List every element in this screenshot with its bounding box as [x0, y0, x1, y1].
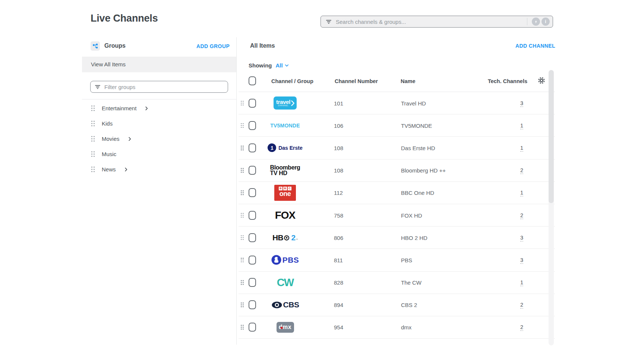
drag-handle-icon[interactable] [91, 151, 95, 157]
sidebar-group-item[interactable]: Kids [82, 116, 236, 131]
table-header: Channel / Group Channel Number Name Tech… [239, 71, 555, 92]
row-checkbox[interactable] [249, 188, 256, 197]
channel-number: 954 [334, 324, 343, 330]
channel-logo: BloombergTV HD [266, 159, 304, 181]
chevron-right-icon[interactable] [127, 136, 132, 142]
hbo-2-logo: HB⊙2™ [272, 233, 298, 242]
tv5monde-logo: TV5MONDE [270, 123, 300, 129]
channel-row: CWTHE 828 The CW 1 [239, 272, 555, 294]
channel-number: 828 [334, 279, 343, 286]
showing-label: Showing [249, 62, 272, 69]
scrollbar-thumb[interactable] [549, 70, 554, 203]
column-header-channel-group: Channel / Group [271, 78, 313, 84]
channel-name: The CW [401, 279, 421, 286]
sidebar-group-item[interactable]: Movies [82, 131, 236, 146]
drag-handle-icon[interactable] [241, 325, 244, 330]
groups-panel-title: Groups [104, 42, 126, 49]
channel-name: FOX HD [401, 212, 422, 218]
showing-value: All [276, 62, 283, 69]
tech-channels-link[interactable]: 2 [520, 212, 523, 219]
chevron-right-icon[interactable] [144, 106, 149, 111]
channel-logo: BBCone [266, 182, 304, 204]
select-all-checkbox[interactable] [249, 76, 256, 85]
tech-channels-link[interactable]: 3 [520, 257, 523, 264]
row-checkbox[interactable] [249, 323, 256, 332]
filter-groups-field [90, 81, 228, 93]
add-group-button[interactable]: ADD GROUP [196, 43, 230, 49]
row-checkbox[interactable] [249, 211, 256, 220]
drag-handle-icon[interactable] [241, 235, 244, 240]
sidebar-group-item[interactable]: Entertainment [82, 101, 236, 116]
row-checkbox[interactable] [249, 256, 256, 265]
channel-name: CBS 2 [401, 302, 417, 308]
channel-logo: TV5MONDE [266, 114, 304, 136]
drag-handle-icon[interactable] [241, 101, 244, 105]
row-checkbox[interactable] [249, 166, 256, 175]
sidebar-group-item[interactable]: Music [82, 146, 236, 162]
row-checkbox[interactable] [249, 121, 256, 130]
channel-row: BBCone 112 BBC One HD 1 [239, 182, 555, 204]
channel-number: 811 [334, 257, 343, 263]
group-list: Entertainment Kids Movies Music News [82, 99, 236, 177]
tech-channels-link[interactable]: 2 [520, 324, 523, 331]
channel-logo: 1Das Erste [266, 137, 304, 159]
channel-logo: dmx [266, 316, 304, 338]
filter-icon [325, 18, 332, 25]
tech-channels-link[interactable]: 3 [520, 100, 523, 107]
channel-logo: CWTHE [266, 272, 304, 294]
tech-channels-link[interactable]: 1 [520, 190, 523, 196]
all-items-title: All Items [250, 42, 275, 49]
chevron-down-icon [284, 63, 289, 68]
channel-name: TV5MONDE [401, 122, 432, 129]
channel-name: Bloomberg HD ++ [401, 167, 446, 174]
tech-channels-link[interactable]: 2 [520, 167, 523, 174]
drag-handle-icon[interactable] [241, 303, 244, 307]
channel-number: 112 [334, 190, 343, 196]
column-header-channel-number: Channel Number [335, 78, 378, 84]
drag-handle-icon[interactable] [241, 258, 244, 263]
row-checkbox[interactable] [249, 233, 256, 242]
drag-handle-icon[interactable] [91, 167, 95, 172]
drag-handle-icon[interactable] [91, 121, 95, 126]
channel-row: BloombergTV HD 108 Bloomberg HD ++ 2 [239, 159, 555, 182]
lightning-icon[interactable] [532, 18, 540, 26]
channel-row: PBS 811 PBS 3 [239, 249, 555, 271]
tech-channels-link[interactable]: 1 [520, 279, 523, 286]
channel-name: dmx [401, 324, 411, 330]
row-checkbox[interactable] [249, 99, 256, 108]
group-label: Movies [102, 136, 120, 142]
drag-handle-icon[interactable] [91, 105, 95, 111]
gear-icon[interactable] [537, 76, 546, 85]
channel-row: TV5MONDE 106 TV5MONDE 1 [239, 114, 555, 137]
tech-channels-link[interactable]: 2 [520, 302, 523, 308]
chevron-right-icon[interactable] [123, 167, 129, 172]
info-icon[interactable]: i [541, 18, 550, 26]
channel-number: 894 [334, 302, 343, 308]
tech-channels-link[interactable]: 1 [520, 123, 523, 129]
drag-handle-icon[interactable] [241, 280, 244, 285]
search-input[interactable] [336, 19, 524, 25]
panel-divider [236, 37, 237, 345]
pbs-logo: PBS [271, 255, 299, 265]
row-checkbox[interactable] [249, 143, 256, 152]
travel-channel-logo: travelCHANNEL [274, 96, 297, 110]
view-all-items[interactable]: View All Items [82, 57, 236, 72]
filter-groups-input[interactable] [104, 84, 224, 90]
row-checkbox[interactable] [249, 300, 256, 309]
drag-handle-icon[interactable] [241, 213, 244, 218]
row-checkbox[interactable] [249, 278, 256, 287]
search-divider [527, 18, 527, 25]
tech-channels-link[interactable]: 3 [520, 235, 523, 241]
drag-handle-icon[interactable] [241, 168, 244, 173]
tech-channels-link[interactable]: 1 [520, 145, 523, 152]
drag-handle-icon[interactable] [91, 136, 95, 142]
drag-handle-icon[interactable] [241, 146, 244, 151]
channel-row: travelCHANNEL 101 Travel HD 3 [239, 92, 555, 114]
drag-handle-icon[interactable] [241, 123, 244, 128]
sidebar-group-item[interactable]: News [82, 162, 236, 177]
group-label: Kids [102, 120, 113, 127]
showing-dropdown[interactable]: All [276, 62, 289, 69]
drag-handle-icon[interactable] [241, 190, 244, 195]
add-channel-button[interactable]: ADD CHANNEL [515, 43, 555, 49]
group-label: News [102, 166, 116, 172]
